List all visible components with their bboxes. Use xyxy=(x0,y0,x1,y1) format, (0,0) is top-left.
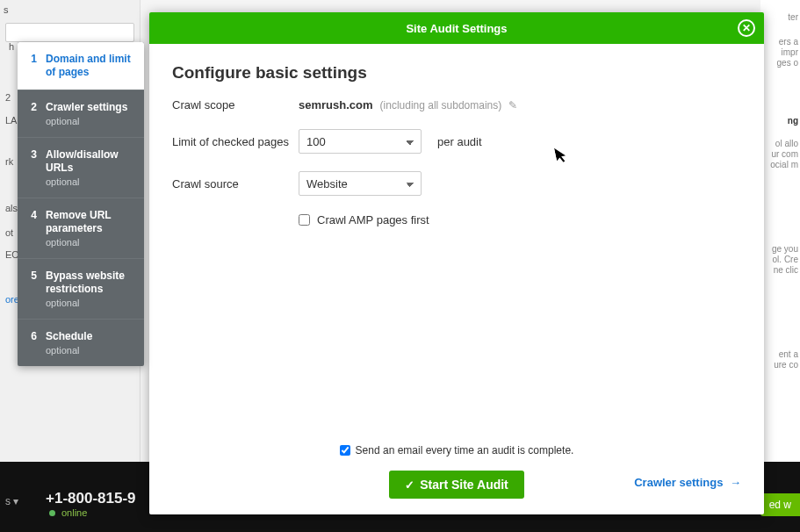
wizard-step-title: Bypass website restrictions xyxy=(46,270,135,296)
footer-phone: +1-800-815-9 xyxy=(46,490,136,507)
wizard-step-2[interactable]: 2Crawler settingsoptional xyxy=(18,90,144,137)
wizard-step-title: Remove URL parameters xyxy=(46,209,135,235)
modal-body: Configure basic settings Crawl scope sem… xyxy=(149,44,764,226)
amp-checkbox-wrap[interactable]: Crawl AMP pages first xyxy=(299,213,429,226)
wizard-step-5[interactable]: 5Bypass website restrictionsoptional xyxy=(18,258,144,319)
crawl-scope-value: semrush.com xyxy=(299,98,373,111)
wizard-step-subtitle: optional xyxy=(46,345,92,356)
limit-label: Limit of checked pages xyxy=(172,135,299,148)
status-dot-icon xyxy=(49,510,55,516)
amp-label: Crawl AMP pages first xyxy=(317,213,429,226)
crawl-scope-row: Crawl scope semrush.com (including all s… xyxy=(172,98,764,111)
wizard-step-3[interactable]: 3Allow/disallow URLsoptional xyxy=(18,137,144,198)
wizard-step-1[interactable]: 1Domain and limit of pages xyxy=(18,42,144,90)
limit-suffix: per audit xyxy=(437,135,482,148)
arrow-right-icon: → xyxy=(730,476,741,489)
pencil-icon[interactable]: ✎ xyxy=(508,99,517,111)
email-checkbox-wrap[interactable]: Send an email every time an audit is com… xyxy=(340,444,574,457)
wizard-step-subtitle: optional xyxy=(46,237,135,248)
amp-checkbox[interactable] xyxy=(299,214,310,226)
wizard-step-subtitle: optional xyxy=(46,116,127,126)
close-icon: ✕ xyxy=(742,22,751,34)
wizard-step-subtitle: optional xyxy=(46,176,135,187)
crawl-source-select[interactable]: Website xyxy=(299,171,422,196)
crawl-source-label: Crawl source xyxy=(172,177,299,191)
wizard-step-subtitle: optional xyxy=(46,298,135,308)
next-link-label: Crawler settings xyxy=(634,476,723,489)
bg-left-text: rk xyxy=(2,154,17,169)
wizard-step-number: 3 xyxy=(26,148,37,187)
wizard-step-title: Crawler settings xyxy=(46,101,127,114)
wizard-step-number: 5 xyxy=(26,270,37,308)
footer-chip-fragment: ed w xyxy=(760,493,800,516)
amp-row: Crawl AMP pages first xyxy=(172,213,764,226)
modal-footer: Send an email every time an audit is com… xyxy=(149,443,764,499)
email-checkbox[interactable] xyxy=(340,445,350,456)
wizard-step-number: 2 xyxy=(26,101,37,126)
footer-dropdown-fragment: s ▾ xyxy=(5,495,18,507)
crawler-settings-link[interactable]: Crawler settings → xyxy=(634,476,741,489)
limit-row: Limit of checked pages 100 per audit xyxy=(172,129,764,154)
start-button-label: Start Site Audit xyxy=(420,478,508,492)
wizard-steps: 1Domain and limit of pages2Crawler setti… xyxy=(18,42,144,366)
crawl-scope-label: Crawl scope xyxy=(172,98,299,111)
start-site-audit-button[interactable]: ✓ Start Site Audit xyxy=(389,471,524,499)
check-icon: ✓ xyxy=(405,478,414,492)
site-audit-settings-modal: Site Audit Settings ✕ Configure basic se… xyxy=(149,12,764,514)
wizard-step-4[interactable]: 4Remove URL parametersoptional xyxy=(18,198,144,258)
crawl-scope-note: (including all subdomains) xyxy=(380,99,502,111)
close-button[interactable]: ✕ xyxy=(738,19,755,37)
wizard-step-6[interactable]: 6Scheduleoptional xyxy=(18,319,144,366)
modal-title: Site Audit Settings xyxy=(406,22,507,35)
wizard-step-number: 4 xyxy=(26,209,37,248)
wizard-step-title: Allow/disallow URLs xyxy=(46,148,135,175)
bg-left-text: h xyxy=(5,39,18,54)
bg-left-text: 2 xyxy=(2,90,14,105)
modal-heading: Configure basic settings xyxy=(172,63,764,83)
background-right-panel: ter ers a impr ges o ng ol allo ur com o… xyxy=(760,0,800,532)
bg-left-text: s xyxy=(0,2,140,18)
limit-select[interactable]: 100 xyxy=(299,129,422,154)
wizard-step-number: 1 xyxy=(26,53,37,79)
modal-header: Site Audit Settings ✕ xyxy=(149,12,764,44)
email-label: Send an email every time an audit is com… xyxy=(356,444,574,457)
footer-status: online xyxy=(61,507,87,518)
wizard-step-title: Domain and limit of pages xyxy=(46,53,135,79)
bg-left-text: ot xyxy=(2,225,17,241)
wizard-step-title: Schedule xyxy=(46,330,92,343)
crawl-source-row: Crawl source Website xyxy=(172,171,764,196)
wizard-step-number: 6 xyxy=(26,330,37,356)
